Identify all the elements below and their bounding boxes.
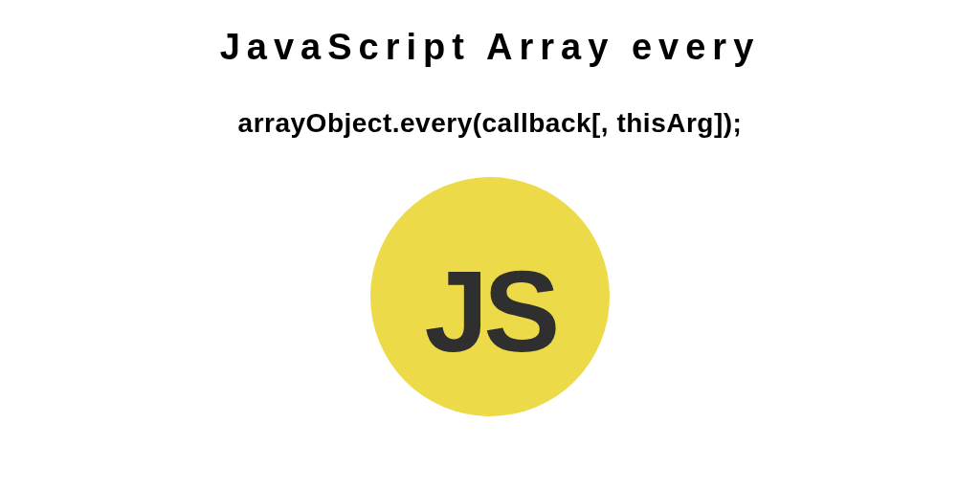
js-logo-text: JS [425, 245, 556, 377]
code-signature: arrayObject.every(callback[, thisArg]); [238, 108, 743, 139]
js-logo: JS [370, 177, 610, 416]
page-title: JavaScript Array every [220, 27, 761, 68]
js-logo-circle: JS [370, 177, 610, 416]
